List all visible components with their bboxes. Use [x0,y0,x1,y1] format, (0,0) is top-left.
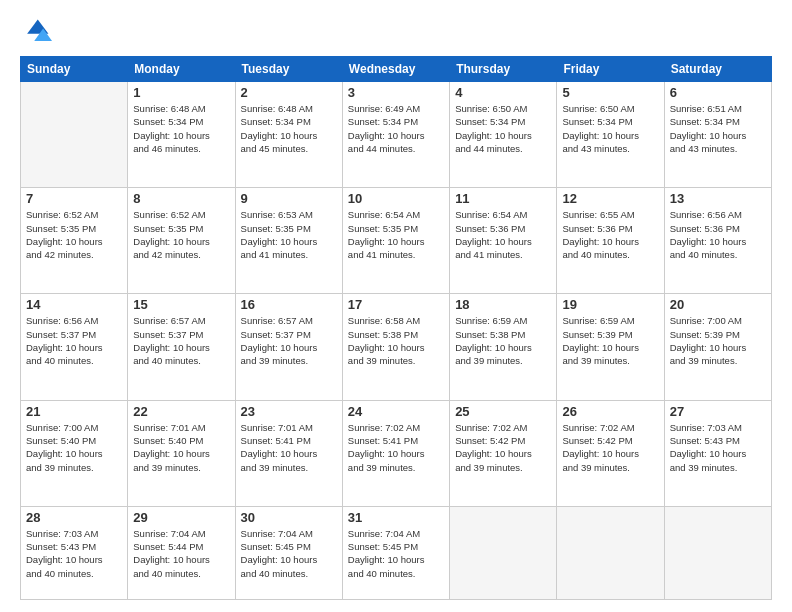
day-info: Sunrise: 7:03 AMSunset: 5:43 PMDaylight:… [670,421,766,474]
calendar-cell: 25Sunrise: 7:02 AMSunset: 5:42 PMDayligh… [450,400,557,506]
day-number: 12 [562,191,658,206]
logo-icon [20,16,52,48]
calendar-cell: 18Sunrise: 6:59 AMSunset: 5:38 PMDayligh… [450,294,557,400]
calendar-cell: 3Sunrise: 6:49 AMSunset: 5:34 PMDaylight… [342,82,449,188]
day-info: Sunrise: 6:53 AMSunset: 5:35 PMDaylight:… [241,208,337,261]
calendar-cell: 27Sunrise: 7:03 AMSunset: 5:43 PMDayligh… [664,400,771,506]
day-info: Sunrise: 6:52 AMSunset: 5:35 PMDaylight:… [26,208,122,261]
day-number: 2 [241,85,337,100]
calendar-week-row: 1Sunrise: 6:48 AMSunset: 5:34 PMDaylight… [21,82,772,188]
calendar-cell: 6Sunrise: 6:51 AMSunset: 5:34 PMDaylight… [664,82,771,188]
day-number: 11 [455,191,551,206]
calendar-cell: 15Sunrise: 6:57 AMSunset: 5:37 PMDayligh… [128,294,235,400]
calendar-cell: 12Sunrise: 6:55 AMSunset: 5:36 PMDayligh… [557,188,664,294]
day-info: Sunrise: 6:50 AMSunset: 5:34 PMDaylight:… [562,102,658,155]
day-number: 8 [133,191,229,206]
calendar-cell: 10Sunrise: 6:54 AMSunset: 5:35 PMDayligh… [342,188,449,294]
calendar-cell [21,82,128,188]
day-info: Sunrise: 6:48 AMSunset: 5:34 PMDaylight:… [241,102,337,155]
day-number: 23 [241,404,337,419]
day-info: Sunrise: 7:04 AMSunset: 5:45 PMDaylight:… [241,527,337,580]
calendar-header-sunday: Sunday [21,57,128,82]
day-number: 30 [241,510,337,525]
day-info: Sunrise: 6:56 AMSunset: 5:36 PMDaylight:… [670,208,766,261]
calendar-week-row: 7Sunrise: 6:52 AMSunset: 5:35 PMDaylight… [21,188,772,294]
day-number: 7 [26,191,122,206]
day-number: 31 [348,510,444,525]
page: SundayMondayTuesdayWednesdayThursdayFrid… [0,0,792,612]
day-number: 15 [133,297,229,312]
calendar-header-wednesday: Wednesday [342,57,449,82]
day-info: Sunrise: 6:52 AMSunset: 5:35 PMDaylight:… [133,208,229,261]
day-info: Sunrise: 7:01 AMSunset: 5:41 PMDaylight:… [241,421,337,474]
day-number: 1 [133,85,229,100]
calendar-cell: 24Sunrise: 7:02 AMSunset: 5:41 PMDayligh… [342,400,449,506]
calendar-week-row: 14Sunrise: 6:56 AMSunset: 5:37 PMDayligh… [21,294,772,400]
calendar-cell: 29Sunrise: 7:04 AMSunset: 5:44 PMDayligh… [128,506,235,599]
day-number: 20 [670,297,766,312]
day-info: Sunrise: 7:02 AMSunset: 5:42 PMDaylight:… [455,421,551,474]
day-info: Sunrise: 6:48 AMSunset: 5:34 PMDaylight:… [133,102,229,155]
logo [20,16,56,48]
day-number: 6 [670,85,766,100]
calendar-week-row: 28Sunrise: 7:03 AMSunset: 5:43 PMDayligh… [21,506,772,599]
day-number: 16 [241,297,337,312]
calendar-cell: 2Sunrise: 6:48 AMSunset: 5:34 PMDaylight… [235,82,342,188]
calendar-header-friday: Friday [557,57,664,82]
calendar-cell: 21Sunrise: 7:00 AMSunset: 5:40 PMDayligh… [21,400,128,506]
day-number: 21 [26,404,122,419]
day-info: Sunrise: 6:54 AMSunset: 5:35 PMDaylight:… [348,208,444,261]
day-info: Sunrise: 7:02 AMSunset: 5:41 PMDaylight:… [348,421,444,474]
day-info: Sunrise: 7:01 AMSunset: 5:40 PMDaylight:… [133,421,229,474]
calendar-cell: 23Sunrise: 7:01 AMSunset: 5:41 PMDayligh… [235,400,342,506]
calendar-cell: 14Sunrise: 6:56 AMSunset: 5:37 PMDayligh… [21,294,128,400]
calendar-cell: 19Sunrise: 6:59 AMSunset: 5:39 PMDayligh… [557,294,664,400]
day-number: 9 [241,191,337,206]
day-info: Sunrise: 6:59 AMSunset: 5:39 PMDaylight:… [562,314,658,367]
calendar-header-saturday: Saturday [664,57,771,82]
day-info: Sunrise: 7:00 AMSunset: 5:40 PMDaylight:… [26,421,122,474]
day-info: Sunrise: 7:00 AMSunset: 5:39 PMDaylight:… [670,314,766,367]
calendar-cell: 7Sunrise: 6:52 AMSunset: 5:35 PMDaylight… [21,188,128,294]
day-info: Sunrise: 6:57 AMSunset: 5:37 PMDaylight:… [133,314,229,367]
day-number: 5 [562,85,658,100]
day-info: Sunrise: 6:57 AMSunset: 5:37 PMDaylight:… [241,314,337,367]
day-number: 25 [455,404,551,419]
header [20,16,772,48]
calendar-table: SundayMondayTuesdayWednesdayThursdayFrid… [20,56,772,600]
day-info: Sunrise: 6:49 AMSunset: 5:34 PMDaylight:… [348,102,444,155]
calendar-cell: 20Sunrise: 7:00 AMSunset: 5:39 PMDayligh… [664,294,771,400]
calendar-cell: 31Sunrise: 7:04 AMSunset: 5:45 PMDayligh… [342,506,449,599]
calendar-cell: 8Sunrise: 6:52 AMSunset: 5:35 PMDaylight… [128,188,235,294]
day-number: 26 [562,404,658,419]
day-number: 18 [455,297,551,312]
day-number: 27 [670,404,766,419]
day-info: Sunrise: 6:56 AMSunset: 5:37 PMDaylight:… [26,314,122,367]
day-info: Sunrise: 6:55 AMSunset: 5:36 PMDaylight:… [562,208,658,261]
calendar-cell: 11Sunrise: 6:54 AMSunset: 5:36 PMDayligh… [450,188,557,294]
calendar-cell: 16Sunrise: 6:57 AMSunset: 5:37 PMDayligh… [235,294,342,400]
day-info: Sunrise: 6:58 AMSunset: 5:38 PMDaylight:… [348,314,444,367]
calendar-cell: 5Sunrise: 6:50 AMSunset: 5:34 PMDaylight… [557,82,664,188]
calendar-cell [450,506,557,599]
day-number: 19 [562,297,658,312]
day-number: 17 [348,297,444,312]
day-info: Sunrise: 6:51 AMSunset: 5:34 PMDaylight:… [670,102,766,155]
day-number: 4 [455,85,551,100]
calendar-header-thursday: Thursday [450,57,557,82]
day-info: Sunrise: 6:59 AMSunset: 5:38 PMDaylight:… [455,314,551,367]
day-info: Sunrise: 6:50 AMSunset: 5:34 PMDaylight:… [455,102,551,155]
calendar-header-tuesday: Tuesday [235,57,342,82]
calendar-header-monday: Monday [128,57,235,82]
day-info: Sunrise: 6:54 AMSunset: 5:36 PMDaylight:… [455,208,551,261]
calendar-cell: 13Sunrise: 6:56 AMSunset: 5:36 PMDayligh… [664,188,771,294]
calendar-week-row: 21Sunrise: 7:00 AMSunset: 5:40 PMDayligh… [21,400,772,506]
day-info: Sunrise: 7:04 AMSunset: 5:45 PMDaylight:… [348,527,444,580]
calendar-cell: 4Sunrise: 6:50 AMSunset: 5:34 PMDaylight… [450,82,557,188]
day-number: 10 [348,191,444,206]
day-info: Sunrise: 7:04 AMSunset: 5:44 PMDaylight:… [133,527,229,580]
calendar-cell [664,506,771,599]
day-info: Sunrise: 7:02 AMSunset: 5:42 PMDaylight:… [562,421,658,474]
day-number: 14 [26,297,122,312]
day-number: 29 [133,510,229,525]
